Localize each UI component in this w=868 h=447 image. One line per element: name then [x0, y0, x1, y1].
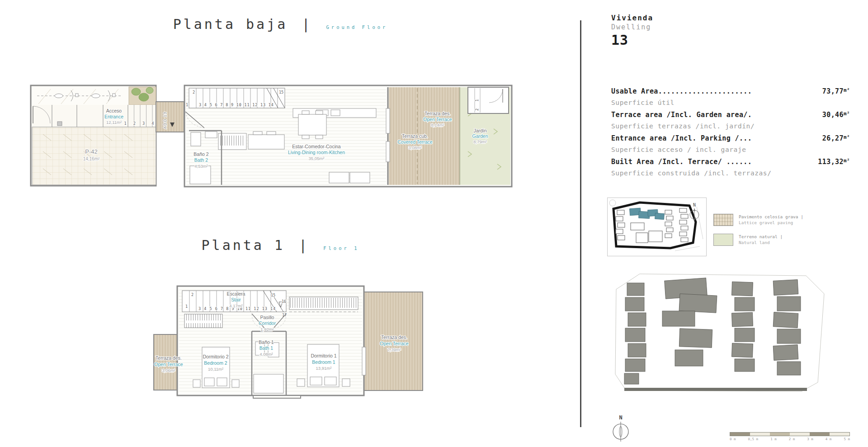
- gf-stair-n2: 2: [193, 90, 195, 94]
- area-row: Built Area /Incl. Terrace/ ...... 113,32…: [611, 158, 850, 169]
- dwelling-label-es: Vivienda: [611, 14, 851, 22]
- gf-stair-row: 3 4 5 6 7 8 9 10 11 12 13 14: [199, 103, 274, 107]
- area-subtitle: Superficie construida /incl. terrazas/: [611, 169, 850, 181]
- room-label-bath1: Baño 1 Bath 1 4,08m²: [259, 339, 274, 357]
- title-floor1-en: Floor 1: [323, 245, 359, 251]
- svg-text:8,14m²: 8,14m²: [431, 122, 444, 127]
- svg-text:35,05m²: 35,05m²: [309, 156, 325, 161]
- dwelling-label-en: Dwelling: [611, 23, 851, 31]
- svg-text:Estar-Comedor-Cocina: Estar-Comedor-Cocina: [292, 144, 341, 149]
- svg-text:Dormitorio 1: Dormitorio 1: [311, 353, 336, 358]
- room-label-bath2: Baño 2 Bath 2 4,53m²: [193, 151, 208, 169]
- gf-ado-deck: ADO 13: [156, 102, 184, 132]
- compass-north-label: N: [619, 414, 622, 421]
- svg-text:Escalera: Escalera: [227, 291, 245, 296]
- title-floor1-es: Planta 1: [202, 237, 285, 253]
- svg-text:14,16m²: 14,16m²: [83, 156, 100, 161]
- area-subtitle: Superficie terrazas /incl. jardín/: [611, 122, 850, 134]
- svg-text:Terraza des.: Terraza des.: [425, 111, 451, 116]
- svg-text:1,92m²: 1,92m²: [260, 327, 274, 332]
- svg-text:Bath 1: Bath 1: [259, 345, 274, 351]
- room-label-parking: P-42 14,16m²: [83, 148, 100, 161]
- title-floor1-sep: |: [295, 237, 313, 253]
- area-table: Usable Area...................... 73,77m…: [611, 87, 850, 181]
- svg-text:3,08m²: 3,08m²: [408, 145, 422, 150]
- area-label: Usable Area......................: [611, 87, 752, 95]
- svg-text:Terraza cub.: Terraza cub.: [402, 133, 428, 139]
- svg-text:Acceso: Acceso: [106, 108, 122, 113]
- svg-text:P-42: P-42: [85, 148, 97, 155]
- legend-row-land: Terreno natural | Natural land: [713, 234, 849, 246]
- area-value: 26,27m²: [822, 134, 850, 142]
- gf-entrance-steps: 1 2 3 4: [124, 121, 156, 126]
- svg-text:Bedroom 2: Bedroom 2: [204, 360, 227, 366]
- svg-text:8,79m²: 8,79m²: [473, 139, 487, 144]
- scale-bar-labels: 0 m 0,5 m 1 m 2 m 3 m 4 m 5 m: [730, 437, 850, 441]
- title-floor1: Planta 1 | Floor 1: [0, 237, 561, 253]
- legend-swatch-paving: [713, 214, 733, 226]
- legend-land-es: Terreno natural |: [739, 234, 783, 240]
- gf-parking-area: [32, 127, 156, 185]
- room-label-entrance: Acceso Entrance 12,11m²: [104, 108, 123, 125]
- svg-text:Bath 2: Bath 2: [194, 157, 208, 163]
- svg-text:Open Terrace: Open Terrace: [423, 117, 452, 122]
- gf-garden-entry: 2 1: [468, 87, 509, 113]
- f1-wardrobe-left: [184, 314, 222, 328]
- gf-stair-n1: 1: [186, 103, 188, 107]
- gf-appliance-hatch: [220, 135, 245, 148]
- gf-annex: [31, 85, 156, 186]
- gf-stair-n15: 15: [279, 90, 283, 94]
- area-row: Usable Area...................... 73,77m…: [611, 87, 850, 99]
- title-ground-floor: Planta baja | Ground Floor: [0, 16, 561, 32]
- legend-land-en: Natural land: [739, 240, 783, 245]
- gf-planter: [129, 87, 156, 105]
- legend-swatch-land: [713, 234, 733, 246]
- area-subtitle: Superficie acceso / incl. garaje: [611, 146, 850, 158]
- svg-text:12,11m²: 12,11m²: [106, 120, 122, 125]
- siteplan-buildings: [624, 278, 801, 384]
- svg-text:Jardín: Jardín: [473, 128, 486, 133]
- area-value: 30,46m²: [822, 111, 850, 119]
- siteplan-wall: [624, 388, 807, 391]
- legend-row-paving: Pavimento celosía grava | Lattice gravel…: [713, 214, 849, 226]
- svg-text:Entrance: Entrance: [104, 114, 123, 119]
- svg-text:13,91m²: 13,91m²: [316, 366, 332, 371]
- area-subtitle: Superficie útil: [611, 99, 850, 111]
- svg-text:10,11m²: 10,11m²: [208, 367, 223, 372]
- scale-bar: 0 m 0,5 m 1 m 2 m 3 m 4 m 5 m: [730, 432, 850, 441]
- title-ground-es: Planta baja: [173, 16, 288, 32]
- svg-text:Stair: Stair: [231, 297, 241, 302]
- area-row: Entrance area /Incl. Parking /... 26,27m…: [611, 134, 850, 146]
- area-row: Terrace area /Incl. Garden area/. 30,46m…: [611, 111, 850, 122]
- f1-window: [362, 347, 366, 375]
- f1-stair-n16: 16: [282, 299, 286, 304]
- plan-sheet: Planta baja | Ground Floor Planta 1 | Fl…: [0, 0, 868, 447]
- svg-text:Baño 1: Baño 1: [259, 339, 274, 345]
- scale-bar-segments: [730, 432, 850, 436]
- svg-text:Bedroom 1: Bedroom 1: [312, 359, 335, 365]
- svg-text:Open Terrace: Open Terrace: [380, 341, 409, 346]
- floor1-plan: 2 1 3 4 5 6 7 8 9 10 11 12 13 14 15 16 1…: [151, 284, 425, 399]
- title-ground-en: Ground Floor: [326, 24, 388, 30]
- panel-divider: [580, 20, 581, 427]
- svg-text:4,17m²: 4,17m²: [229, 303, 243, 308]
- legend-paving-en: Lattice gravel paving: [739, 220, 803, 226]
- compass-icon: N: [610, 414, 631, 443]
- svg-text:Living-Dining room-Kitchen: Living-Dining room-Kitchen: [288, 150, 345, 155]
- svg-text:Baño 2: Baño 2: [193, 151, 208, 157]
- dwelling-header: Vivienda Dwelling 13: [611, 14, 851, 48]
- area-label: Built Area /Incl. Terrace/ ......: [611, 158, 752, 166]
- svg-text:4,08m²: 4,08m²: [259, 352, 273, 357]
- f1-stair-n15: 15: [271, 293, 275, 297]
- svg-text:7,39m²: 7,39m²: [387, 347, 401, 352]
- room-label-corridor: Pasillo Corridor 1,92m²: [259, 315, 276, 332]
- gf-stair: 2 1 3 4 5 6 7 8 9 10 11 12 13 14 15: [186, 88, 285, 108]
- svg-text:Open Terrace: Open Terrace: [154, 362, 183, 367]
- minimap-north-label: N: [693, 202, 696, 207]
- f1-stair-n2: 2: [191, 292, 193, 297]
- svg-text:4,53m²: 4,53m²: [194, 164, 208, 169]
- area-value: 73,77m²: [822, 87, 850, 95]
- svg-text:Pasillo: Pasillo: [260, 315, 274, 320]
- site-plan-large: [612, 270, 835, 401]
- svg-text:Dormitorio 2: Dormitorio 2: [203, 354, 228, 359]
